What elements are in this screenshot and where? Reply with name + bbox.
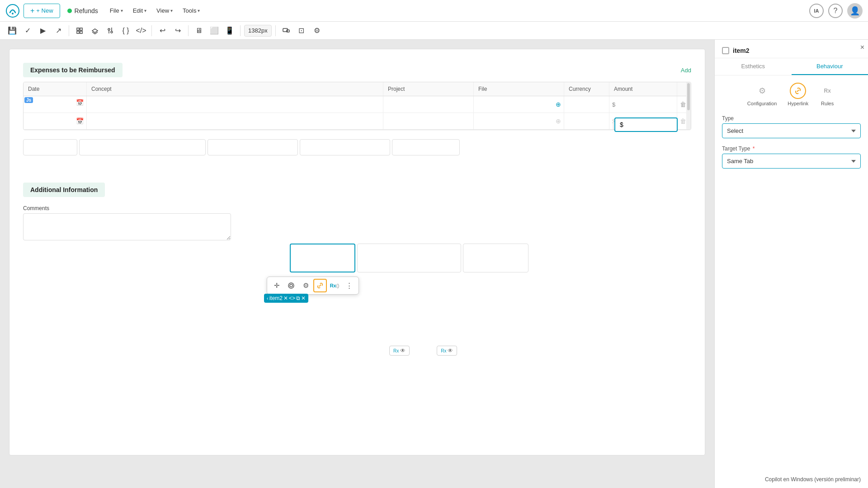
user-avatar[interactable]: 👤 — [847, 3, 863, 19]
calendar-icon[interactable]: 📅 — [76, 99, 84, 106]
item2-copy-icon[interactable]: ⧉ — [296, 295, 300, 301]
col-date: Date — [24, 82, 87, 96]
comments-textarea[interactable] — [23, 213, 231, 240]
concept-input-2[interactable] — [90, 118, 380, 124]
hyperlink-icon — [790, 83, 806, 99]
additional-section: Additional Information Comments — [23, 183, 691, 272]
panel-close-button[interactable]: × — [860, 43, 864, 52]
currency-input-1[interactable] — [567, 101, 606, 108]
cell-project-2[interactable] — [383, 113, 474, 129]
col-amount: Amount — [609, 82, 677, 96]
type-label: Type — [722, 115, 861, 122]
rx-badge-1: Rx 👁 — [389, 346, 410, 356]
cell-concept-2[interactable] — [87, 113, 383, 129]
date-input-1[interactable] — [26, 99, 76, 105]
rules-icon-label: Rules — [821, 101, 834, 106]
export-button[interactable]: ↗ — [52, 24, 65, 38]
total-input[interactable]: $ — [614, 117, 678, 132]
tab-esthetics[interactable]: Esthetics — [715, 58, 792, 75]
item2-x-icon[interactable]: ✕ — [301, 295, 306, 301]
multiscreen-button[interactable] — [279, 24, 293, 38]
cell-project-1[interactable] — [383, 96, 474, 113]
empty-cells-row — [23, 139, 691, 155]
svg-rect-5 — [80, 31, 82, 33]
menu-file[interactable]: File ▾ — [105, 5, 127, 17]
component-button[interactable] — [73, 24, 86, 38]
comments-label: Comments — [23, 205, 691, 211]
item2-tag: ‹ item2 ✕ <> ⧉ ✕ — [264, 294, 308, 303]
html-button[interactable]: </> — [134, 24, 148, 38]
scroll-bar[interactable] — [686, 82, 691, 130]
svg-point-0 — [6, 5, 19, 17]
type-select[interactable]: Select — [722, 123, 861, 138]
expenses-header: Expenses to be Reimbursed Add — [23, 63, 691, 77]
save-button[interactable]: 💾 — [5, 24, 19, 38]
canvas-scroll[interactable]: Expenses to be Reimbursed Add Date Conce… — [0, 40, 714, 488]
add-circle-icon-2[interactable]: ⊕ — [556, 117, 561, 125]
target-type-select[interactable]: Same Tab New Tab New Window — [722, 154, 861, 169]
window-button[interactable]: ⊡ — [295, 24, 308, 38]
nav-menus: File ▾ Edit ▾ View ▾ Tools ▾ — [105, 5, 205, 17]
rules-icon: Rx — [819, 83, 835, 99]
hyperlink-float-button[interactable] — [313, 279, 327, 292]
settings-toolbar-button[interactable]: ⚙ — [310, 24, 324, 38]
expenses-title: Expenses to be Reimbursed — [23, 63, 123, 77]
move-button[interactable]: ✛ — [270, 279, 283, 292]
col-file: File — [474, 82, 564, 96]
tab-behaviour[interactable]: Behaviour — [792, 58, 868, 75]
concept-input-1[interactable] — [90, 101, 380, 108]
cell-date-1[interactable]: Js 📅 — [24, 96, 87, 113]
gear-float-button[interactable]: ⚙ — [299, 279, 312, 292]
panel-checkbox[interactable] — [722, 47, 729, 54]
cell-currency-2[interactable] — [564, 113, 609, 129]
ia-badge[interactable]: IA — [809, 4, 824, 18]
config-icon: ⚙ — [754, 83, 770, 99]
target-type-field: Target Type * Same Tab New Tab New Windo… — [722, 145, 861, 169]
app-logo[interactable] — [5, 4, 20, 18]
more-button[interactable]: ⋮ — [342, 279, 356, 292]
layers-button[interactable] — [88, 24, 102, 38]
amount-input-1[interactable] — [616, 101, 674, 108]
mobile-button[interactable]: 📱 — [223, 24, 236, 38]
cell-date-2[interactable]: 📅 — [24, 113, 87, 129]
divider — [188, 25, 189, 36]
play-button[interactable]: ▶ — [36, 24, 50, 38]
calendar-icon-2[interactable]: 📅 — [76, 117, 84, 125]
file-input-1[interactable] — [476, 101, 556, 108]
svg-point-6 — [108, 28, 110, 30]
add-link[interactable]: Add — [681, 67, 691, 74]
item2-code-icon[interactable]: <> — [289, 295, 295, 301]
hyperlink-icon-item[interactable]: Hyperlink — [788, 83, 808, 106]
cell-file-1[interactable]: ⊕ — [474, 96, 564, 113]
cell-amount-1[interactable]: $ — [609, 96, 677, 113]
link-button[interactable] — [284, 279, 298, 292]
config-icon-item[interactable]: ⚙ Configuration — [747, 83, 777, 106]
status-dot — [67, 9, 72, 13]
menu-tools[interactable]: Tools ▾ — [178, 5, 204, 17]
rules-icon-item[interactable]: Rx Rules — [819, 83, 835, 106]
tablet-button[interactable]: ⬜ — [208, 24, 221, 38]
new-button[interactable]: + + New — [24, 4, 60, 18]
desktop-button[interactable]: 🖥 — [192, 24, 206, 38]
menu-view[interactable]: View ▾ — [152, 5, 177, 17]
menu-edit[interactable]: Edit ▾ — [128, 5, 151, 17]
project-input-2[interactable] — [386, 118, 471, 124]
project-input-1[interactable] — [386, 101, 471, 108]
cell-file-2[interactable]: ⊕ — [474, 113, 564, 129]
svg-rect-11 — [287, 30, 289, 32]
toolbar: 💾 ✓ ▶ ↗ { } </> ↩ ↪ 🖥 ⬜ 📱 1382px ⊡ ⚙ — [0, 22, 868, 40]
required-indicator: * — [753, 145, 755, 152]
floating-toolbar: ✛ ⚙ Rx () ⋮ — [267, 277, 359, 295]
config-icon-label: Configuration — [747, 101, 777, 106]
item2-close-x-icon[interactable]: ✕ — [283, 295, 288, 301]
add-circle-icon[interactable]: ⊕ — [556, 101, 561, 108]
rx-float-button[interactable]: Rx () — [328, 279, 341, 292]
undo-button[interactable]: ↩ — [156, 24, 169, 38]
filter-button[interactable] — [104, 24, 117, 38]
cell-currency-1[interactable] — [564, 96, 609, 113]
code-button[interactable]: { } — [119, 24, 132, 38]
check-button[interactable]: ✓ — [21, 24, 34, 38]
redo-button[interactable]: ↪ — [171, 24, 184, 38]
cell-concept-1[interactable] — [87, 96, 383, 113]
help-icon[interactable]: ? — [828, 4, 843, 18]
